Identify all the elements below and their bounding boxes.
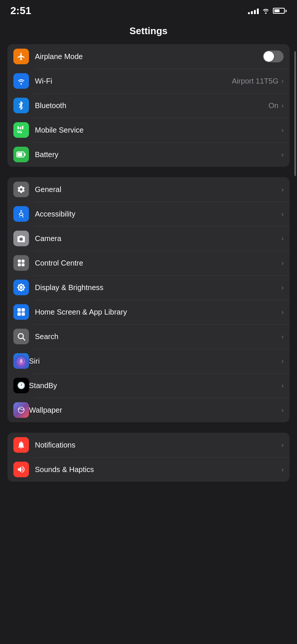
status-icons <box>248 7 287 14</box>
notifications-row[interactable]: Notifications › <box>7 433 290 457</box>
scrollbar-thumb[interactable] <box>294 51 296 176</box>
bluetooth-value: On <box>268 101 278 110</box>
siri-label: Siri <box>29 357 281 365</box>
airplane-mode-icon <box>13 49 29 64</box>
svg-rect-8 <box>25 153 26 156</box>
general-label: General <box>35 185 281 194</box>
svg-rect-12 <box>22 260 25 263</box>
scrollbar-track <box>294 20 296 644</box>
svg-rect-2 <box>17 126 19 129</box>
control-centre-row[interactable]: Control Centre › <box>7 251 290 275</box>
svg-rect-3 <box>20 127 21 129</box>
svg-rect-13 <box>18 263 21 266</box>
mobile-service-row[interactable]: Mobile Service › <box>7 118 290 142</box>
sounds-haptics-chevron-icon: › <box>281 466 284 474</box>
system-group: General › Accessibility › Camera › <box>7 177 290 422</box>
svg-point-10 <box>20 238 22 240</box>
camera-label: Camera <box>35 234 281 243</box>
airplane-mode-row[interactable]: Airplane Mode <box>7 44 290 69</box>
wifi-label: Wi-Fi <box>35 77 232 85</box>
notifications-label: Notifications <box>35 441 281 449</box>
bluetooth-chevron-icon: › <box>281 102 284 110</box>
camera-row[interactable]: Camera › <box>7 226 290 251</box>
siri-row[interactable]: Siri › <box>7 349 290 373</box>
notifications-icon <box>13 437 29 453</box>
battery-label: Battery <box>35 150 281 159</box>
signal-bars-icon <box>248 7 259 14</box>
home-screen-label: Home Screen & App Library <box>35 308 281 316</box>
battery-status-icon <box>273 8 287 14</box>
bluetooth-icon <box>13 98 29 113</box>
display-brightness-icon <box>13 280 29 295</box>
wallpaper-chevron-icon: › <box>281 406 284 414</box>
svg-rect-17 <box>17 312 21 316</box>
bluetooth-row[interactable]: Bluetooth On › <box>7 93 290 118</box>
wifi-settings-icon <box>13 73 29 89</box>
apps-group: Notifications › Sounds & Haptics › <box>7 433 290 482</box>
svg-point-22 <box>20 359 23 363</box>
wifi-chevron-icon: › <box>281 77 284 85</box>
sounds-haptics-icon <box>13 462 29 477</box>
svg-rect-11 <box>18 260 21 263</box>
connectivity-group: Airplane Mode Wi-Fi Airport 11T5G › Blue… <box>7 44 290 167</box>
mobile-service-chevron-icon: › <box>281 126 284 134</box>
display-brightness-label: Display & Brightness <box>35 283 281 292</box>
battery-row[interactable]: Battery › <box>7 142 290 167</box>
sounds-haptics-row[interactable]: Sounds & Haptics › <box>7 457 290 482</box>
mobile-service-icon <box>13 122 29 138</box>
home-screen-icon <box>13 304 29 320</box>
svg-rect-14 <box>22 263 25 266</box>
standby-icon: 🕐 <box>13 378 29 393</box>
mobile-service-label: Mobile Service <box>35 126 281 134</box>
status-bar: 2:51 <box>0 0 297 20</box>
wifi-icon <box>262 8 270 14</box>
home-screen-row[interactable]: Home Screen & App Library › <box>7 300 290 324</box>
battery-chevron-icon: › <box>281 151 284 159</box>
svg-point-5 <box>20 132 22 133</box>
page-title: Settings <box>0 20 297 44</box>
control-centre-chevron-icon: › <box>281 259 284 267</box>
svg-rect-4 <box>22 126 23 129</box>
control-centre-label: Control Centre <box>35 259 281 267</box>
wallpaper-row[interactable]: Wallpaper › <box>7 398 290 422</box>
sounds-haptics-label: Sounds & Haptics <box>35 465 281 474</box>
standby-label: StandBy <box>29 381 281 390</box>
accessibility-row[interactable]: Accessibility › <box>7 202 290 226</box>
airplane-mode-label: Airplane Mode <box>35 52 263 61</box>
siri-chevron-icon: › <box>281 357 284 365</box>
svg-point-9 <box>20 210 22 212</box>
home-screen-chevron-icon: › <box>281 308 284 316</box>
standby-chevron-icon: › <box>281 382 284 390</box>
general-chevron-icon: › <box>281 186 284 193</box>
bluetooth-label: Bluetooth <box>35 101 268 110</box>
wifi-row[interactable]: Wi-Fi Airport 11T5G › <box>7 69 290 93</box>
svg-rect-15 <box>17 308 21 312</box>
search-label: Search <box>35 332 281 341</box>
search-row[interactable]: Search › <box>7 324 290 349</box>
standby-row[interactable]: 🕐 StandBy › <box>7 373 290 398</box>
airplane-mode-toggle[interactable] <box>263 51 284 62</box>
camera-icon <box>13 231 29 246</box>
svg-rect-18 <box>22 312 25 316</box>
display-brightness-chevron-icon: › <box>281 284 284 292</box>
camera-chevron-icon: › <box>281 235 284 243</box>
display-brightness-row[interactable]: Display & Brightness › <box>7 275 290 300</box>
search-chevron-icon: › <box>281 333 284 341</box>
accessibility-icon <box>13 206 29 222</box>
control-centre-icon <box>13 255 29 271</box>
wallpaper-icon <box>13 402 29 418</box>
search-icon <box>13 329 29 344</box>
svg-rect-16 <box>22 308 25 312</box>
notifications-chevron-icon: › <box>281 441 284 449</box>
battery-settings-icon <box>13 147 29 162</box>
siri-icon <box>13 353 29 369</box>
accessibility-chevron-icon: › <box>281 210 284 218</box>
general-row[interactable]: General › <box>7 177 290 202</box>
wallpaper-label: Wallpaper <box>29 406 281 414</box>
svg-rect-7 <box>17 153 22 156</box>
accessibility-label: Accessibility <box>35 210 281 218</box>
general-icon <box>13 182 29 197</box>
svg-point-23 <box>18 407 24 413</box>
wifi-value: Airport 11T5G <box>232 77 278 85</box>
status-time: 2:51 <box>10 5 31 17</box>
